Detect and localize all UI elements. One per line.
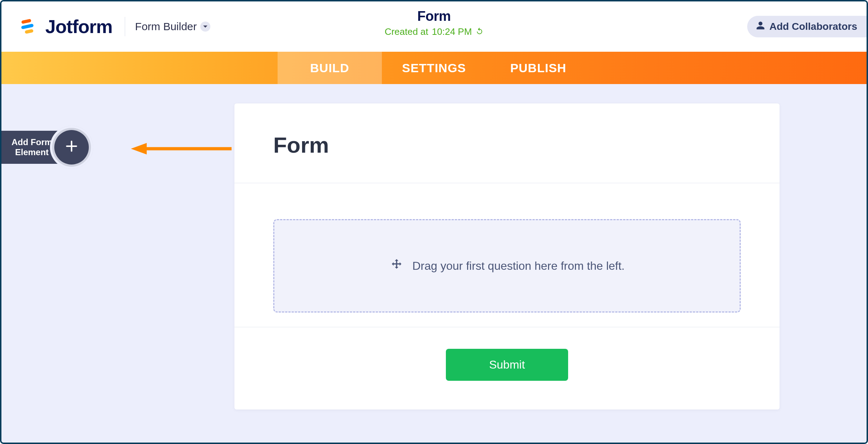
- brand-logo[interactable]: Jotform: [18, 16, 113, 37]
- svg-rect-0: [21, 19, 31, 24]
- submit-button[interactable]: Submit: [446, 349, 568, 381]
- tab-build[interactable]: BUILD: [278, 52, 382, 84]
- header-divider: [125, 17, 125, 36]
- builder-mode-select[interactable]: Form Builder: [135, 20, 211, 33]
- revert-icon[interactable]: [475, 26, 483, 37]
- add-form-element-button[interactable]: Add Form Element: [1, 131, 73, 164]
- save-status: Created at 10:24 PM: [385, 26, 484, 37]
- builder-stage: Add Form Element: [1, 84, 867, 443]
- form-title: Form: [273, 132, 741, 158]
- add-element-label-line2: Element: [15, 147, 49, 157]
- move-icon: [389, 258, 404, 274]
- tab-publish-label: PUBLISH: [510, 61, 566, 75]
- question-dropzone[interactable]: Drag your first question here from the l…: [273, 219, 741, 313]
- jotform-logo-icon: [18, 16, 39, 37]
- save-status-time: 10:24 PM: [432, 26, 472, 37]
- add-element-circle: [50, 126, 93, 169]
- header-center: Form Created at 10:24 PM: [385, 9, 484, 37]
- save-status-prefix: Created at: [385, 26, 428, 37]
- dropzone-hint: Drag your first question here from the l…: [412, 259, 625, 273]
- submit-button-label: Submit: [489, 358, 525, 371]
- form-header-section[interactable]: Form: [234, 103, 780, 183]
- tab-publish[interactable]: PUBLISH: [486, 52, 590, 84]
- plus-icon: [64, 139, 79, 156]
- tab-settings-label: SETTINGS: [402, 61, 466, 75]
- annotation-arrow: [131, 142, 232, 156]
- svg-rect-1: [21, 24, 34, 29]
- form-canvas: Form Drag your first question here from …: [234, 103, 780, 410]
- svg-marker-6: [131, 143, 147, 154]
- app-header: Jotform Form Builder Form Created at 10:…: [1, 1, 867, 52]
- add-collaborators-label: Add Collaborators: [769, 21, 857, 32]
- brand-wordmark: Jotform: [45, 16, 113, 37]
- add-element-label-line1: Add Form: [12, 137, 52, 147]
- tab-settings[interactable]: SETTINGS: [382, 52, 486, 84]
- form-body-section: Drag your first question here from the l…: [234, 183, 780, 327]
- builder-mode-label: Form Builder: [135, 20, 197, 33]
- form-name-title[interactable]: Form: [385, 9, 484, 24]
- main-tabs: BUILD SETTINGS PUBLISH: [1, 52, 867, 84]
- svg-rect-2: [24, 29, 33, 34]
- form-footer-section: Submit: [234, 327, 780, 410]
- user-icon: [756, 21, 765, 33]
- chevron-down-icon: [200, 22, 210, 32]
- tab-build-label: BUILD: [310, 61, 350, 75]
- add-collaborators-button[interactable]: Add Collaborators: [747, 16, 867, 37]
